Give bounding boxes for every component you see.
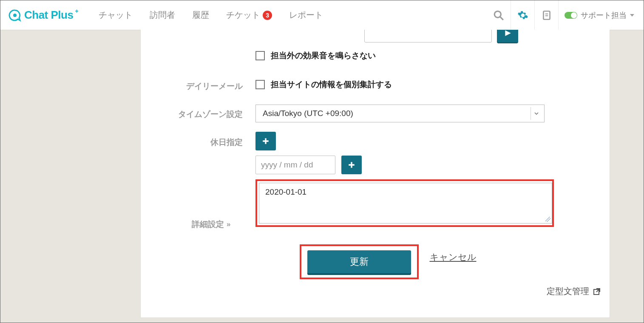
svg-point-1 (494, 11, 501, 17)
timezone-select[interactable]: Asia/Tokyo (UTC +09:00) (255, 105, 545, 122)
document-button[interactable] (534, 0, 558, 30)
sound-row: 担当外の効果音を鳴らさない (141, 50, 610, 61)
plus-icon (348, 161, 355, 169)
partial-input[interactable] (364, 30, 492, 42)
sound-checkbox-label: 担当外の効果音を鳴らさない (271, 50, 376, 61)
daily-mail-row: デイリーメール 担当サイトの情報を個別集計する (141, 79, 610, 92)
daily-mail-checkbox[interactable] (255, 80, 265, 89)
nav-chat[interactable]: チャット (91, 5, 140, 25)
support-role-dropdown[interactable]: サポート担当 (558, 0, 640, 30)
submit-button-highlight: 更新 (300, 244, 419, 279)
support-role-label: サポート担当 (581, 10, 627, 20)
nav-history[interactable]: 履歴 (184, 5, 217, 25)
gear-icon (517, 10, 528, 21)
nav-ticket-label: チケット (226, 9, 260, 21)
partial-play-button[interactable] (497, 30, 518, 42)
submit-button[interactable]: 更新 (307, 250, 411, 273)
holiday-list-textarea[interactable]: 2020-01-01 (259, 183, 552, 224)
advanced-settings-row: 詳細設定 » (141, 219, 230, 230)
daily-mail-label: デイリーメール (141, 79, 255, 92)
advanced-settings-label: 詳細設定 (192, 219, 224, 230)
nav-ticket[interactable]: チケット 3 (218, 5, 280, 25)
holiday-textarea-highlight: 2020-01-01 (255, 179, 554, 227)
external-link-icon (593, 287, 601, 296)
timezone-value: Asia/Tokyo (UTC +09:00) (263, 109, 353, 118)
chevron-double-right-icon: » (227, 220, 230, 229)
advanced-settings-toggle[interactable]: 詳細設定 » (141, 219, 230, 230)
cancel-link[interactable]: キャンセル (430, 244, 477, 263)
holiday-date-input[interactable]: yyyy / mm / dd (255, 156, 335, 174)
app-header: Chat Plus+ チャット 訪問者 履歴 チケット 3 レポート サポート担… (0, 0, 644, 30)
select-arrow-icon (531, 107, 542, 120)
search-icon (493, 10, 504, 21)
settings-button[interactable] (511, 0, 534, 30)
logo-plus-icon: + (75, 8, 78, 14)
footer-link-row: 定型文管理 (547, 286, 601, 297)
svg-line-2 (500, 17, 503, 20)
template-management-label: 定型文管理 (547, 286, 589, 297)
logo-text: Chat Plus (24, 8, 73, 22)
timezone-label: タイムゾーン設定 (141, 105, 255, 120)
svg-point-0 (13, 14, 17, 17)
holiday-add-date-button[interactable] (341, 156, 362, 174)
template-management-link[interactable]: 定型文管理 (547, 286, 601, 297)
search-button[interactable] (487, 0, 511, 30)
daily-mail-checkbox-label: 担当サイトの情報を個別集計する (271, 79, 392, 90)
plus-icon (262, 137, 270, 145)
settings-panel: 担当外の効果音を鳴らさない デイリーメール 担当サイトの情報を個別集計する タイ… (140, 30, 610, 318)
holiday-add-top-button[interactable] (255, 132, 276, 150)
timezone-row: タイムゾーン設定 Asia/Tokyo (UTC +09:00) (141, 105, 610, 122)
ticket-count-badge: 3 (263, 11, 272, 20)
holiday-label: 休日指定 (141, 132, 255, 148)
chat-bubble-icon (8, 8, 22, 22)
document-icon (541, 10, 552, 21)
nav-visitors[interactable]: 訪問者 (142, 5, 183, 25)
app-logo[interactable]: Chat Plus+ (8, 8, 79, 22)
caret-down-icon (630, 14, 634, 17)
nav-report[interactable]: レポート (281, 5, 331, 25)
status-toggle-icon (565, 12, 577, 19)
holiday-row: 休日指定 yyyy / mm / dd 2020-01-01 (141, 132, 610, 227)
partial-top-row (141, 30, 610, 42)
sound-checkbox[interactable] (255, 51, 265, 60)
form-buttons-row: 更新 キャンセル (141, 244, 610, 279)
play-icon (504, 30, 511, 37)
main-nav: チャット 訪問者 履歴 チケット 3 レポート (91, 5, 331, 25)
header-action-icons: サポート担当 (487, 0, 640, 30)
